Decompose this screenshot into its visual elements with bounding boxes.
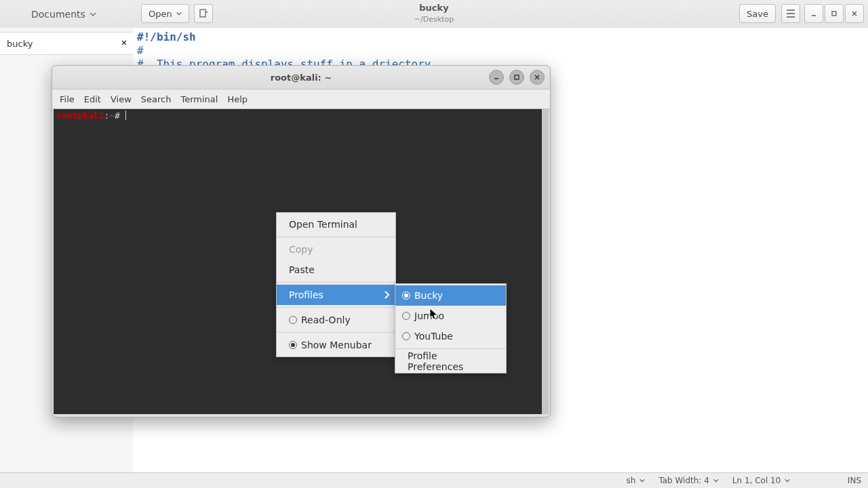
radio-icon [402,332,410,340]
chevron-down-icon [713,478,719,483]
window-title: bucky [0,3,868,13]
menu-edit[interactable]: Edit [79,94,106,104]
radio-icon [402,291,410,300]
terminal-prompt: root@kali:~# [56,110,125,121]
cursor-position[interactable]: Ln 1, Col 10 [726,476,841,485]
radio-icon [402,312,410,320]
chevron-down-icon [785,478,790,483]
maximize-icon [831,10,837,17]
close-icon [121,39,127,46]
terminal-cursor [125,110,126,120]
insert-mode[interactable]: INS [841,476,868,485]
minimize-icon [493,74,500,81]
window-subtitle: ~/Desktop [0,15,868,24]
menu-file[interactable]: File [55,94,79,104]
close-icon [851,10,858,17]
hamburger-menu-button[interactable] [781,4,800,23]
ctx-copy: Copy [277,239,395,260]
hamburger-icon [786,9,795,18]
ctx-show-menubar[interactable]: Show Menubar [277,335,395,355]
terminal-close-button[interactable] [530,70,545,85]
profile-item-jumbo[interactable]: Jumbo [395,306,506,326]
separator [277,307,395,308]
code-line: #!/bin/sh [137,30,196,43]
terminal-minimize-button[interactable] [489,70,504,85]
gedit-headerbar: Documents Open bucky ~/Desktop Save [0,0,868,28]
ctx-paste[interactable]: Paste [277,260,395,280]
close-tab-button[interactable] [121,38,127,48]
close-icon [534,74,540,81]
profile-preferences[interactable]: Profile Preferences [395,351,506,371]
ctx-read-only[interactable]: Read-Only [277,310,395,330]
svg-rect-1 [832,12,836,16]
maximize-icon [513,74,520,81]
terminal-context-menu: Open Terminal Copy Paste Profiles Read-O… [276,212,396,357]
profile-item-youtube[interactable]: YouTube [395,326,506,346]
language-selector[interactable]: sh [620,476,652,485]
separator [395,348,506,349]
profiles-submenu: Bucky Jumbo YouTube Profile Preferences [395,283,507,373]
menu-terminal[interactable]: Terminal [176,94,222,104]
minimize-button[interactable] [804,4,823,23]
separator [277,237,395,237]
separator [277,282,395,283]
document-tab[interactable]: bucky [0,32,133,55]
radio-icon [289,341,297,349]
save-button[interactable]: Save [739,4,776,23]
radio-icon [289,316,297,324]
menu-search[interactable]: Search [136,94,176,104]
chevron-down-icon [639,478,645,483]
chevron-right-icon [383,291,390,299]
terminal-scrollbar[interactable] [542,109,549,414]
terminal-titlebar[interactable]: root@kali: ~ [52,66,550,89]
ctx-open-terminal[interactable]: Open Terminal [277,214,395,235]
code-line: # [137,44,144,57]
menu-view[interactable]: View [106,94,136,104]
maximize-button[interactable] [825,4,844,23]
status-bar: sh Tab Width: 4 Ln 1, Col 10 INS [0,472,868,488]
terminal-maximize-button[interactable] [509,70,524,85]
document-tab-label: bucky [7,39,33,49]
svg-rect-2 [515,75,519,79]
separator [277,332,395,333]
terminal-menubar: File Edit View Search Terminal Help [52,89,550,109]
close-button[interactable] [845,4,864,23]
menu-help[interactable]: Help [222,94,252,104]
profile-item-bucky[interactable]: Bucky [395,285,506,306]
tab-width-selector[interactable]: Tab Width: 4 [652,476,725,485]
ctx-profiles[interactable]: Profiles [277,285,395,305]
terminal-title: root@kali: ~ [271,73,332,83]
minimize-icon [810,10,817,17]
